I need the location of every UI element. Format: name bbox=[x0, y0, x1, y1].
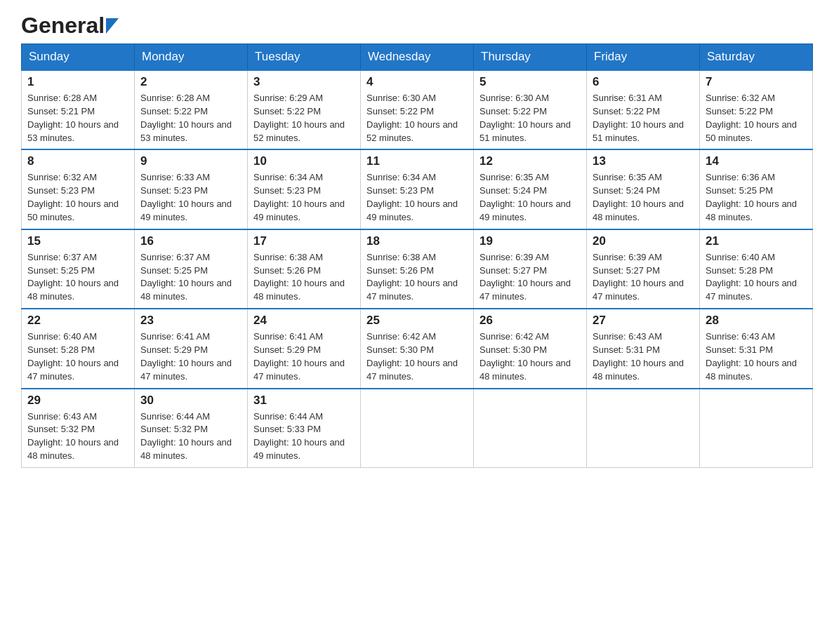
day-info: Sunrise: 6:28 AMSunset: 5:21 PMDaylight:… bbox=[27, 92, 128, 145]
calendar-cell: 11 Sunrise: 6:34 AMSunset: 5:23 PMDaylig… bbox=[361, 149, 474, 229]
svg-marker-0 bbox=[106, 18, 119, 34]
calendar-cell: 12 Sunrise: 6:35 AMSunset: 5:24 PMDaylig… bbox=[474, 149, 587, 229]
day-number: 5 bbox=[479, 75, 581, 89]
day-number: 4 bbox=[366, 75, 468, 89]
day-info: Sunrise: 6:36 AMSunset: 5:25 PMDaylight:… bbox=[706, 171, 807, 224]
day-info: Sunrise: 6:42 AMSunset: 5:30 PMDaylight:… bbox=[366, 330, 468, 383]
day-number: 3 bbox=[253, 75, 355, 89]
day-info: Sunrise: 6:30 AMSunset: 5:22 PMDaylight:… bbox=[366, 92, 468, 145]
calendar-cell: 21 Sunrise: 6:40 AMSunset: 5:28 PMDaylig… bbox=[700, 229, 813, 309]
calendar-header-thursday: Thursday bbox=[474, 44, 587, 71]
day-number: 19 bbox=[479, 234, 581, 248]
day-number: 10 bbox=[253, 154, 355, 168]
day-number: 2 bbox=[140, 75, 241, 89]
day-info: Sunrise: 6:40 AMSunset: 5:28 PMDaylight:… bbox=[706, 251, 807, 304]
day-number: 31 bbox=[253, 394, 355, 408]
calendar-header-monday: Monday bbox=[135, 44, 248, 71]
calendar-header-saturday: Saturday bbox=[700, 44, 813, 71]
calendar-cell: 7 Sunrise: 6:32 AMSunset: 5:22 PMDayligh… bbox=[700, 70, 813, 149]
week-row-4: 22 Sunrise: 6:40 AMSunset: 5:28 PMDaylig… bbox=[22, 309, 813, 388]
day-info: Sunrise: 6:43 AMSunset: 5:31 PMDaylight:… bbox=[706, 330, 807, 383]
day-number: 13 bbox=[593, 154, 694, 168]
day-number: 24 bbox=[253, 314, 355, 328]
calendar-cell: 14 Sunrise: 6:36 AMSunset: 5:25 PMDaylig… bbox=[700, 149, 813, 229]
calendar-cell: 10 Sunrise: 6:34 AMSunset: 5:23 PMDaylig… bbox=[248, 149, 361, 229]
calendar-cell: 29 Sunrise: 6:43 AMSunset: 5:32 PMDaylig… bbox=[22, 389, 135, 468]
calendar-cell: 24 Sunrise: 6:41 AMSunset: 5:29 PMDaylig… bbox=[248, 309, 361, 388]
day-number: 8 bbox=[27, 154, 128, 168]
calendar-cell: 26 Sunrise: 6:42 AMSunset: 5:30 PMDaylig… bbox=[474, 309, 587, 388]
day-info: Sunrise: 6:43 AMSunset: 5:32 PMDaylight:… bbox=[27, 410, 128, 463]
day-info: Sunrise: 6:41 AMSunset: 5:29 PMDaylight:… bbox=[140, 330, 241, 383]
day-info: Sunrise: 6:43 AMSunset: 5:31 PMDaylight:… bbox=[593, 330, 694, 383]
calendar-cell: 31 Sunrise: 6:44 AMSunset: 5:33 PMDaylig… bbox=[248, 389, 361, 468]
calendar-cell: 5 Sunrise: 6:30 AMSunset: 5:22 PMDayligh… bbox=[474, 70, 587, 149]
calendar-cell bbox=[474, 389, 587, 468]
day-info: Sunrise: 6:35 AMSunset: 5:24 PMDaylight:… bbox=[593, 171, 694, 224]
day-number: 9 bbox=[140, 154, 241, 168]
day-number: 29 bbox=[27, 394, 128, 408]
page-header: General bbox=[21, 14, 813, 36]
day-number: 28 bbox=[706, 314, 807, 328]
calendar-header-sunday: Sunday bbox=[22, 44, 135, 71]
calendar-header-wednesday: Wednesday bbox=[361, 44, 474, 71]
day-info: Sunrise: 6:40 AMSunset: 5:28 PMDaylight:… bbox=[27, 330, 128, 383]
day-info: Sunrise: 6:41 AMSunset: 5:29 PMDaylight:… bbox=[253, 330, 355, 383]
calendar-cell: 9 Sunrise: 6:33 AMSunset: 5:23 PMDayligh… bbox=[135, 149, 248, 229]
calendar-cell bbox=[700, 389, 813, 468]
week-row-3: 15 Sunrise: 6:37 AMSunset: 5:25 PMDaylig… bbox=[22, 229, 813, 309]
logo-general: General bbox=[21, 14, 105, 36]
day-info: Sunrise: 6:29 AMSunset: 5:22 PMDaylight:… bbox=[253, 92, 355, 145]
day-number: 23 bbox=[140, 314, 241, 328]
calendar-cell: 8 Sunrise: 6:32 AMSunset: 5:23 PMDayligh… bbox=[22, 149, 135, 229]
calendar-table: SundayMondayTuesdayWednesdayThursdayFrid… bbox=[21, 43, 813, 468]
day-info: Sunrise: 6:32 AMSunset: 5:22 PMDaylight:… bbox=[706, 92, 807, 145]
day-info: Sunrise: 6:30 AMSunset: 5:22 PMDaylight:… bbox=[479, 92, 581, 145]
day-info: Sunrise: 6:39 AMSunset: 5:27 PMDaylight:… bbox=[593, 251, 694, 304]
day-info: Sunrise: 6:38 AMSunset: 5:26 PMDaylight:… bbox=[253, 251, 355, 304]
calendar-cell: 17 Sunrise: 6:38 AMSunset: 5:26 PMDaylig… bbox=[248, 229, 361, 309]
calendar-cell: 25 Sunrise: 6:42 AMSunset: 5:30 PMDaylig… bbox=[361, 309, 474, 388]
calendar-cell: 2 Sunrise: 6:28 AMSunset: 5:22 PMDayligh… bbox=[135, 70, 248, 149]
week-row-2: 8 Sunrise: 6:32 AMSunset: 5:23 PMDayligh… bbox=[22, 149, 813, 229]
day-number: 18 bbox=[366, 234, 468, 248]
week-row-1: 1 Sunrise: 6:28 AMSunset: 5:21 PMDayligh… bbox=[22, 70, 813, 149]
calendar-header-friday: Friday bbox=[587, 44, 700, 71]
calendar-cell bbox=[587, 389, 700, 468]
calendar-cell: 3 Sunrise: 6:29 AMSunset: 5:22 PMDayligh… bbox=[248, 70, 361, 149]
day-info: Sunrise: 6:39 AMSunset: 5:27 PMDaylight:… bbox=[479, 251, 581, 304]
day-number: 16 bbox=[140, 234, 241, 248]
calendar-cell: 19 Sunrise: 6:39 AMSunset: 5:27 PMDaylig… bbox=[474, 229, 587, 309]
day-number: 25 bbox=[366, 314, 468, 328]
day-number: 15 bbox=[27, 234, 128, 248]
day-info: Sunrise: 6:44 AMSunset: 5:32 PMDaylight:… bbox=[140, 410, 241, 463]
calendar-cell: 28 Sunrise: 6:43 AMSunset: 5:31 PMDaylig… bbox=[700, 309, 813, 388]
calendar-cell: 13 Sunrise: 6:35 AMSunset: 5:24 PMDaylig… bbox=[587, 149, 700, 229]
logo-triangle-icon bbox=[106, 18, 119, 34]
day-number: 22 bbox=[27, 314, 128, 328]
calendar-cell: 30 Sunrise: 6:44 AMSunset: 5:32 PMDaylig… bbox=[135, 389, 248, 468]
day-number: 26 bbox=[479, 314, 581, 328]
day-info: Sunrise: 6:35 AMSunset: 5:24 PMDaylight:… bbox=[479, 171, 581, 224]
calendar-cell: 1 Sunrise: 6:28 AMSunset: 5:21 PMDayligh… bbox=[22, 70, 135, 149]
day-info: Sunrise: 6:28 AMSunset: 5:22 PMDaylight:… bbox=[140, 92, 241, 145]
calendar-cell: 27 Sunrise: 6:43 AMSunset: 5:31 PMDaylig… bbox=[587, 309, 700, 388]
calendar-header-row: SundayMondayTuesdayWednesdayThursdayFrid… bbox=[22, 44, 813, 71]
day-number: 30 bbox=[140, 394, 241, 408]
day-info: Sunrise: 6:37 AMSunset: 5:25 PMDaylight:… bbox=[27, 251, 128, 304]
day-info: Sunrise: 6:34 AMSunset: 5:23 PMDaylight:… bbox=[366, 171, 468, 224]
day-info: Sunrise: 6:33 AMSunset: 5:23 PMDaylight:… bbox=[140, 171, 241, 224]
calendar-cell: 20 Sunrise: 6:39 AMSunset: 5:27 PMDaylig… bbox=[587, 229, 700, 309]
calendar-cell: 23 Sunrise: 6:41 AMSunset: 5:29 PMDaylig… bbox=[135, 309, 248, 388]
calendar-cell: 22 Sunrise: 6:40 AMSunset: 5:28 PMDaylig… bbox=[22, 309, 135, 388]
week-row-5: 29 Sunrise: 6:43 AMSunset: 5:32 PMDaylig… bbox=[22, 389, 813, 468]
calendar-header-tuesday: Tuesday bbox=[248, 44, 361, 71]
day-number: 21 bbox=[706, 234, 807, 248]
day-info: Sunrise: 6:34 AMSunset: 5:23 PMDaylight:… bbox=[253, 171, 355, 224]
day-info: Sunrise: 6:31 AMSunset: 5:22 PMDaylight:… bbox=[593, 92, 694, 145]
calendar-cell: 6 Sunrise: 6:31 AMSunset: 5:22 PMDayligh… bbox=[587, 70, 700, 149]
day-number: 14 bbox=[706, 154, 807, 168]
day-number: 7 bbox=[706, 75, 807, 89]
day-number: 1 bbox=[27, 75, 128, 89]
day-info: Sunrise: 6:44 AMSunset: 5:33 PMDaylight:… bbox=[253, 410, 355, 463]
